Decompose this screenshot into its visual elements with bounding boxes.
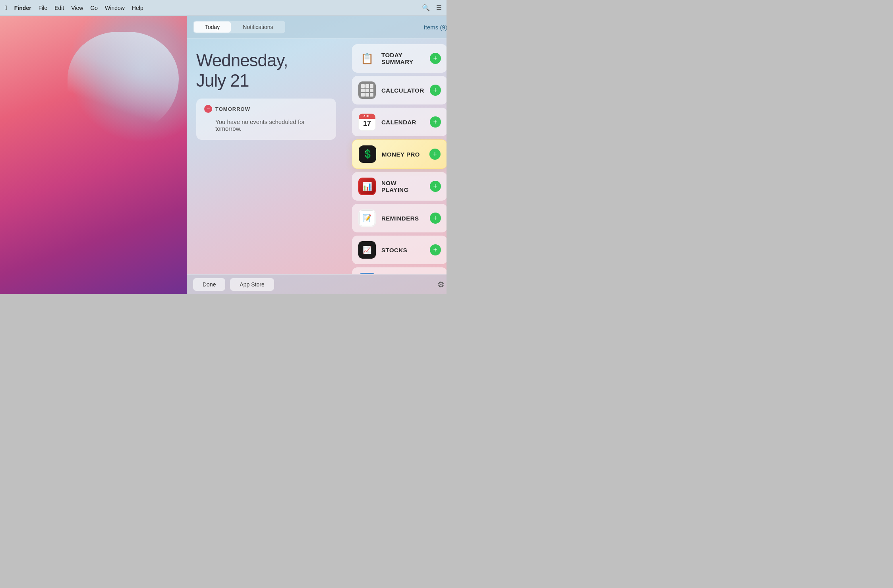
tomorrow-minus-icon: − — [204, 105, 212, 113]
widget-item-money-pro[interactable]: 💲 MONEY PRO+ — [352, 139, 446, 169]
widget-item-calculator[interactable]: CALCULATOR+ — [352, 76, 446, 104]
finder-label[interactable]: Finder — [14, 5, 31, 11]
tab-group: Today Notifications — [193, 21, 285, 33]
search-icon[interactable]: 🔍 — [422, 4, 430, 12]
bottom-bar: Done App Store ⚙ — [187, 274, 446, 294]
widget-item-now-playing[interactable]: 📊 NOW PLAYING+ — [352, 172, 446, 201]
widget-icon-today-summary: 📋 — [358, 50, 376, 67]
widget-name-now-playing: NOW PLAYING — [381, 180, 424, 193]
tab-notifications[interactable]: Notifications — [232, 21, 284, 33]
widget-list: 📋TODAY SUMMARY+ CALCULATOR+ JUL 17 CALEN… — [346, 39, 446, 274]
date-line1: Wednesday, — [196, 50, 336, 71]
widget-icon-calculator — [358, 81, 376, 99]
tomorrow-header: − TOMORROW — [204, 105, 328, 113]
desktop-wallpaper — [0, 16, 187, 294]
widget-name-calendar: CALENDAR — [381, 119, 424, 126]
widget-icon-now-playing: 📊 — [358, 178, 376, 195]
window-menu[interactable]: Window — [105, 5, 125, 11]
add-widget-button-calendar[interactable]: + — [430, 116, 441, 128]
date-line2: July 21 — [196, 71, 336, 91]
notification-panel: Today Notifications Items (9) Wednesday,… — [187, 16, 446, 294]
add-widget-button-stocks[interactable]: + — [430, 244, 441, 255]
date-display: Wednesday, July 21 — [196, 50, 336, 91]
add-widget-button-reminders[interactable]: + — [430, 213, 441, 224]
today-content: Wednesday, July 21 − TOMORROW You have n… — [187, 39, 346, 274]
items-count: Items (9) — [424, 24, 446, 31]
menubar-right: 🔍 ☰ — [422, 4, 442, 12]
edit-menu[interactable]: Edit — [54, 5, 64, 11]
add-widget-button-money-pro[interactable]: + — [429, 149, 441, 160]
menubar:  Finder File Edit View Go Window Help 🔍… — [0, 0, 446, 16]
widget-name-money-pro: MONEY PRO — [382, 151, 424, 158]
widget-item-stocks[interactable]: 📈 STOCKS+ — [352, 236, 446, 264]
widget-item-reminders[interactable]: 📝 REMINDERS+ — [352, 204, 446, 232]
gear-icon[interactable]: ⚙ — [435, 278, 446, 291]
widget-name-calculator: CALCULATOR — [381, 87, 424, 94]
panel-body: Wednesday, July 21 − TOMORROW You have n… — [187, 39, 446, 274]
help-menu[interactable]: Help — [132, 5, 143, 11]
list-icon[interactable]: ☰ — [436, 4, 442, 12]
widget-icon-reminders: 📝 — [358, 209, 376, 227]
app-store-button[interactable]: App Store — [230, 278, 274, 291]
done-button[interactable]: Done — [193, 278, 225, 291]
add-widget-button-calculator[interactable]: + — [430, 85, 441, 96]
widget-name-today-summary: TODAY SUMMARY — [381, 52, 424, 65]
widget-name-reminders: REMINDERS — [381, 215, 424, 222]
apple-menu-icon[interactable]:  — [5, 4, 7, 12]
widget-icon-stocks: 📈 — [358, 241, 376, 259]
file-menu[interactable]: File — [39, 5, 48, 11]
main-area: Today Notifications Items (9) Wednesday,… — [0, 16, 446, 294]
widget-icon-money-pro: 💲 — [359, 145, 376, 163]
tomorrow-no-events: You have no events scheduled for tomorro… — [215, 118, 328, 132]
tab-today[interactable]: Today — [194, 21, 231, 33]
tab-bar: Today Notifications Items (9) — [187, 16, 446, 39]
widget-item-weather[interactable]: ⛅ WEATHER+ — [352, 267, 446, 274]
widget-name-stocks: STOCKS — [381, 247, 424, 253]
tomorrow-label: TOMORROW — [215, 106, 250, 112]
widget-item-calendar[interactable]: JUL 17 CALENDAR+ — [352, 108, 446, 136]
widget-item-today-summary[interactable]: 📋TODAY SUMMARY+ — [352, 44, 446, 73]
go-menu[interactable]: Go — [90, 5, 98, 11]
view-menu[interactable]: View — [71, 5, 83, 11]
widget-icon-weather: ⛅ — [358, 273, 376, 274]
tomorrow-section: − TOMORROW You have no events scheduled … — [196, 99, 336, 140]
add-widget-button-now-playing[interactable]: + — [430, 181, 441, 192]
widget-icon-calendar: JUL 17 — [358, 113, 376, 131]
add-widget-button-today-summary[interactable]: + — [430, 53, 441, 64]
